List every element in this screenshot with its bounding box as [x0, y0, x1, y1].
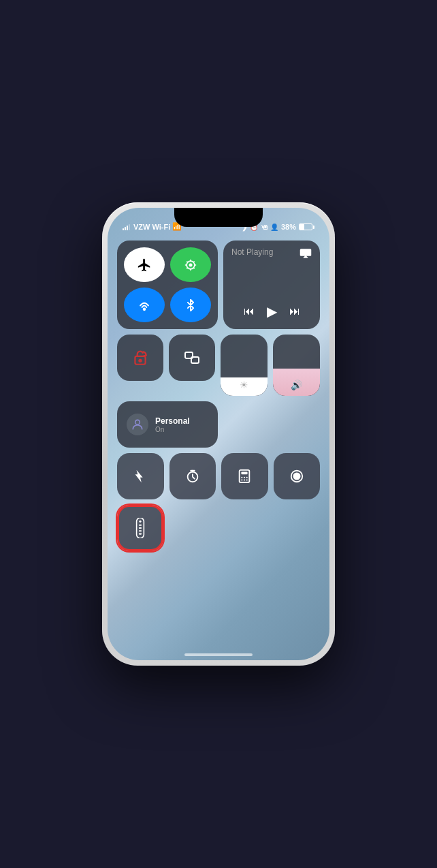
svg-point-13: [244, 477, 245, 478]
svg-rect-11: [242, 472, 248, 475]
personal-text: Personal On: [155, 416, 190, 433]
connectivity-tile[interactable]: [117, 241, 218, 329]
screen-time-icon: 🖲: [261, 223, 268, 231]
media-tile: Not Playing ⏮ ▶ ⏭: [223, 241, 320, 329]
volume-slider[interactable]: 🔊: [273, 335, 320, 396]
brightness-slider[interactable]: ☀: [221, 335, 268, 396]
media-top: Not Playing: [231, 247, 312, 260]
svg-point-8: [135, 420, 140, 424]
volume-icon: 🔊: [291, 379, 302, 390]
row-personal-hotspot: Personal On: [117, 401, 320, 448]
fast-forward-button[interactable]: ⏭: [289, 305, 300, 317]
bluetooth-button[interactable]: [170, 288, 211, 322]
personal-label: Personal: [155, 416, 190, 426]
battery-percent: 38%: [281, 223, 296, 231]
timer-button[interactable]: [169, 453, 216, 499]
svg-point-12: [241, 477, 242, 478]
carrier-label: VZW Wi-Fi: [133, 223, 170, 231]
media-controls: ⏮ ▶ ⏭: [231, 303, 312, 322]
svg-point-17: [246, 479, 248, 480]
rotation-lock-button[interactable]: [117, 335, 163, 381]
svg-rect-22: [139, 525, 142, 526]
status-left: VZW Wi-Fi 📶: [123, 222, 182, 231]
svg-point-2: [144, 308, 146, 310]
personal-sublabel: On: [155, 426, 190, 433]
svg-point-5: [139, 360, 141, 362]
cellular-button[interactable]: [170, 247, 211, 282]
signal-bars: [123, 223, 130, 230]
personal-hotspot-button[interactable]: Personal On: [117, 401, 218, 448]
remote-button[interactable]: [117, 505, 163, 551]
svg-point-15: [241, 479, 242, 480]
phone-screen: VZW Wi-Fi 📶 ❯ ⏰ 🖲 👤 38%: [108, 208, 329, 660]
svg-point-21: [139, 521, 141, 523]
airplay-icon[interactable]: [300, 247, 312, 260]
svg-point-16: [244, 479, 245, 480]
svg-rect-24: [139, 530, 142, 531]
phone-frame: VZW Wi-Fi 📶 ❯ ⏰ 🖲 👤 38%: [102, 202, 335, 666]
svg-rect-25: [139, 533, 142, 535]
row-icon-tiles: [117, 453, 320, 499]
row-lock-mirror-sliders: ☀ 🔊: [117, 335, 320, 396]
family-icon: 👤: [270, 223, 278, 231]
screen-mirror-button[interactable]: [169, 335, 215, 381]
brightness-icon: ☀: [240, 379, 248, 390]
play-button[interactable]: ▶: [267, 303, 277, 320]
personal-icon: [127, 414, 148, 435]
wifi-button[interactable]: [124, 288, 165, 322]
svg-point-19: [293, 473, 300, 479]
now-playing-label: Not Playing: [231, 247, 273, 257]
home-indicator[interactable]: [184, 653, 253, 656]
calculator-button[interactable]: [221, 453, 268, 499]
svg-rect-23: [139, 527, 142, 529]
row-connectivity-media: Not Playing ⏮ ▶ ⏭: [117, 241, 320, 329]
rewind-button[interactable]: ⏮: [244, 305, 255, 317]
battery-icon: [299, 223, 314, 230]
control-center: Not Playing ⏮ ▶ ⏭: [117, 241, 320, 644]
screen-record-button[interactable]: [274, 453, 321, 499]
svg-point-1: [189, 263, 193, 266]
svg-point-14: [246, 477, 248, 478]
flashlight-button[interactable]: [117, 453, 164, 499]
airplane-mode-button[interactable]: [124, 247, 165, 282]
row-remote: [117, 505, 320, 551]
notch: [174, 208, 263, 227]
